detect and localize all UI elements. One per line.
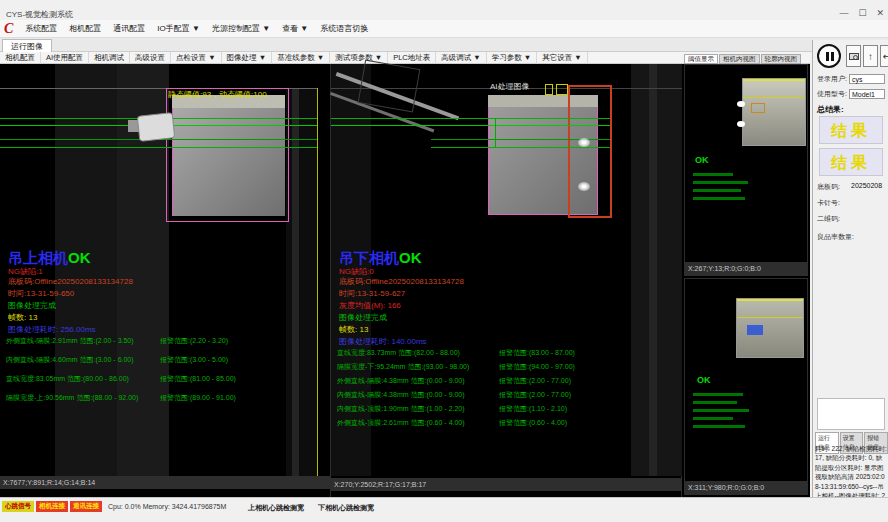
login-user-input[interactable]: cys — [849, 74, 885, 84]
pause-button[interactable] — [817, 44, 841, 68]
measurement-row: 内侧直线-隔膜:4.38mm 范围:(0.00 - 9.00)报警范围:(2.0… — [337, 390, 571, 400]
model-input[interactable]: Model1 — [849, 89, 885, 99]
reflection-spot — [578, 138, 590, 147]
green-measure-line — [331, 125, 610, 126]
toolbar-baseline-params[interactable]: 基准线参数 ▼ — [272, 52, 330, 64]
capture-time: 时间:13-31-59-627 — [339, 288, 405, 299]
measurement-text: 内侧直线-顶膜:1.90mm 范围:(1.00 - 2.20) — [337, 404, 499, 414]
toolbar-learning-params[interactable]: 学习参数 ▼ — [487, 52, 538, 64]
toolbar-image-processing[interactable]: 图像处理 ▼ — [222, 52, 273, 64]
measurement-row: 隔膜宽度-下:95.24mm 范围:(93.00 - 98.00)报警范围:(9… — [337, 362, 575, 372]
close-icon[interactable]: ✕ — [876, 8, 884, 18]
mini-ok-label: OK — [695, 155, 709, 165]
tab-contour-inner-view[interactable]: 轮廓内视图 — [761, 54, 802, 64]
machine-frame — [358, 59, 421, 112]
green-measure-line — [431, 147, 610, 148]
window-title: CYS-视觉检测系统 — [6, 9, 73, 20]
camera-view-top[interactable]: 静态阈值:93，动态阈值:100 吊上相机OK NG缺陷:1 底板码:Offli… — [0, 64, 331, 497]
return-button[interactable]: ↩ — [880, 45, 888, 67]
mini-text-line — [693, 409, 749, 412]
pixel-coords-readout: X:270;Y:2502;R:17;G:17;B:17 — [331, 478, 681, 491]
orange-mark-box — [751, 103, 765, 113]
move-up-button[interactable]: ↑ — [863, 45, 878, 67]
measurement-row: 外侧直线-隔膜:4.38mm 范围:(0.00 - 9.00)报警范围:(2.0… — [337, 376, 571, 386]
reflection-spot — [737, 101, 745, 107]
menu-light-config[interactable]: 光源控制配置 ▼ — [206, 20, 276, 38]
measurement-text: 隔膜宽度-上:90.56mm 范围:(88.00 - 92.00) — [6, 393, 160, 403]
measurement-row: 直线宽度:83.05mm 范围:(80.00 - 86.00)报警范围:(81.… — [6, 374, 236, 384]
menu-camera-config[interactable]: 相机配置 — [63, 20, 107, 38]
toolbar-plc-address-table[interactable]: PLC地址表 — [388, 52, 436, 64]
status-bar: 心跳信号 相机连接 通讯连接 Cpu: 0.0% Memory: 3424.41… — [0, 497, 888, 522]
process-done-label: 图像处理完成 — [339, 312, 387, 323]
toolbar-advanced-debug[interactable]: 高级调试 ▼ — [436, 52, 487, 64]
green-measure-line — [0, 147, 317, 148]
measurement-text: 直线宽度:83.73mm 范围:(82.00 - 88.00) — [337, 348, 499, 358]
camera-view-bottom[interactable]: AI处理图像 吊下相机OK NG缺陷:0 底板码:Offline20250208… — [331, 64, 682, 497]
tab-run-image[interactable]: 运行图像 — [2, 39, 52, 52]
camera-title: 吊下相机 — [339, 249, 399, 266]
toolbar-other-settings[interactable]: 其它设置 ▼ — [537, 52, 588, 64]
maximize-icon[interactable]: ☐ — [858, 8, 866, 18]
app-window: CYS-视觉检测系统 — ☐ ✕ C 系统配置 相机配置 通讯配置 IO手配置 … — [0, 0, 888, 522]
alarm-range-text: 报警范围:(2.00 - 77.00) — [499, 390, 571, 400]
mini-text-line — [693, 189, 741, 192]
tab-camera-inner-view[interactable]: 相机内视图 — [719, 54, 760, 64]
aux-camera-view-bottom[interactable]: OK X:311;Y:980;R:0;G:0;B:0 — [684, 278, 808, 495]
frame-count: 帧数: 13 — [339, 324, 368, 335]
toolbar-camera-debug[interactable]: 相机调试 — [89, 52, 130, 64]
green-measure-line — [331, 118, 610, 119]
mini-text-line — [693, 173, 733, 176]
measurement-row: 外侧直线-顶膜:2.61mm 范围:(0.60 - 4.00)报警范围:(0.6… — [337, 418, 567, 428]
model-label: 使用型号: — [817, 89, 849, 99]
right-sidebar: ↑ ↩ 登录用户: cys 使用型号: Model1 总结果: 结果 结果 底板… — [812, 40, 888, 497]
cpu-memory-readout: Cpu: 0.0% Memory: 3424.41796875M — [108, 503, 226, 510]
app-logo-icon: C — [4, 21, 13, 37]
capture-time: 时间:13-31-59-650 — [8, 288, 74, 299]
measurement-text: 内侧直线-隔膜:4.38mm 范围:(0.00 - 9.00) — [337, 390, 499, 400]
aux-camera-view-top[interactable]: OK X:267;Y:13;R:0;G:0;B:0 — [684, 64, 808, 276]
measurement-row: 隔膜宽度-上:90.56mm 范围:(88.00 - 92.00)报警范围:(8… — [6, 393, 236, 403]
alarm-range-text: 报警范围:(3.00 - 5.00) — [160, 355, 228, 365]
menu-system-config[interactable]: 系统配置 — [19, 20, 63, 38]
mini-text-line — [693, 197, 745, 200]
run-log-text: 耗时: 222, 缺陷检测耗时: 17, 缺陷分类耗时: 0, 缺陷提取分区耗时… — [815, 444, 887, 496]
tab-threshold-view[interactable]: 阈值显示 — [684, 54, 718, 64]
camera-capture-button[interactable] — [846, 45, 861, 67]
reflection-spot — [737, 121, 745, 127]
alarm-range-text: 报警范围:(1.10 - 2.10) — [499, 404, 567, 414]
measurement-text: 隔膜宽度-下:95.24mm 范围:(93.00 - 98.00) — [337, 362, 499, 372]
blue-mark-box — [747, 325, 763, 335]
arrow-up-icon: ↑ — [868, 51, 873, 62]
menu-comm-config[interactable]: 通讯配置 — [107, 20, 151, 38]
mini-ok-label: OK — [697, 375, 711, 385]
toolbar-spotcheck-settings[interactable]: 点检设置 ▼ — [171, 52, 222, 64]
return-arrow-icon: ↩ — [883, 51, 888, 62]
threshold-overlay-label: 静态阈值:93，动态阈值:100 — [168, 89, 267, 100]
measurement-row: 直线宽度:83.73mm 范围:(82.00 - 88.00)报警范围:(83.… — [337, 348, 575, 358]
menu-view[interactable]: 查看 ▼ — [276, 20, 314, 38]
measurement-text: 外侧直线-隔膜:2.91mm 范围:(2.00 - 3.50) — [6, 336, 160, 346]
part-block — [172, 95, 285, 216]
menu-language-switch[interactable]: 系统语言切换 — [314, 20, 374, 38]
yellow-roi-box — [556, 84, 568, 95]
toolbar-advanced-settings[interactable]: 高级设置 — [130, 52, 171, 64]
title-bar: CYS-视觉检测系统 — ☐ ✕ — [0, 0, 888, 20]
measurement-text: 内侧直线-隔膜:4.60mm 范围:(3.00 - 6.00) — [6, 355, 160, 365]
notes-box[interactable] — [817, 398, 885, 430]
toolbar-camera-config[interactable]: 相机配置 — [0, 52, 41, 64]
alarm-range-text: 报警范围:(2.00 - 77.00) — [499, 376, 571, 386]
gray-mean-value: 灰度均值(M): 166 — [339, 300, 401, 311]
minimize-icon[interactable]: — — [839, 8, 848, 18]
alarm-range-text: 报警范围:(94.00 - 97.00) — [499, 362, 575, 372]
result-ok-label: OK — [399, 249, 422, 266]
process-elapsed: 图像处理耗时: 140.00ms — [339, 336, 427, 347]
alarm-range-text: 报警范围:(2.20 - 3.20) — [160, 336, 228, 346]
top-camera-heartbeat-status: 上相机心跳检测宽 — [248, 503, 304, 513]
mini-text-line — [693, 181, 748, 184]
board-code-value: 20250208 — [851, 182, 882, 192]
toolbar-ai-config[interactable]: AI使用配置 — [41, 52, 89, 64]
ai-overlay-label: AI处理图像 — [490, 81, 530, 92]
menu-io-config[interactable]: IO手配置 ▼ — [151, 20, 206, 38]
result-ok-label: OK — [68, 249, 91, 266]
